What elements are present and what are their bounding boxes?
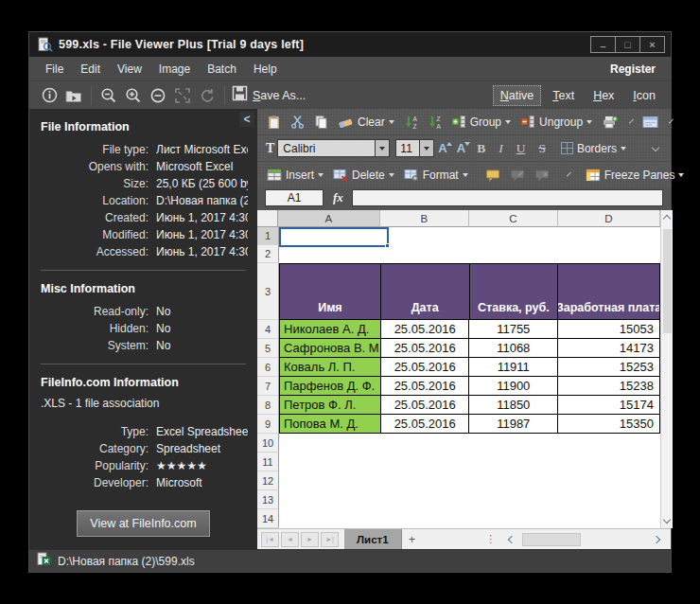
- row-header-11[interactable]: 11: [257, 453, 279, 471]
- date-cell[interactable]: 25.05.2016: [381, 358, 470, 377]
- close-button[interactable]: ×: [639, 36, 665, 53]
- file-info-button[interactable]: [37, 84, 61, 107]
- sidebar-collapse-button[interactable]: <: [239, 112, 254, 127]
- format-button[interactable]: Format: [400, 167, 472, 184]
- edit-comment-button[interactable]: [506, 167, 529, 184]
- salary-cell[interactable]: 14173: [558, 339, 660, 358]
- delete-button[interactable]: Delete: [329, 167, 398, 184]
- zoom-in-button[interactable]: [121, 84, 146, 107]
- mode-native[interactable]: Native: [493, 85, 541, 106]
- cut-button[interactable]: [287, 113, 308, 131]
- menu-file[interactable]: File: [37, 59, 72, 80]
- bold-button[interactable]: B: [471, 141, 491, 156]
- add-sheet-button[interactable]: +: [404, 532, 421, 547]
- splitter-dots-icon[interactable]: ⋮: [485, 533, 496, 545]
- freeze-panes-button[interactable]: Freeze Panes: [582, 167, 689, 184]
- menu-view[interactable]: View: [109, 59, 150, 80]
- rotate-button[interactable]: [195, 84, 219, 107]
- mode-hex[interactable]: Hex: [586, 85, 621, 106]
- mode-icon[interactable]: Icon: [625, 85, 663, 106]
- zoom-out-button[interactable]: [96, 84, 121, 107]
- cell-name-box[interactable]: A1: [265, 189, 324, 206]
- name-cell[interactable]: Парфенов Д. Ф.: [279, 377, 381, 396]
- date-cell[interactable]: 25.05.2016: [381, 396, 470, 415]
- view-at-fileinfo-button[interactable]: View at FileInfo.com: [77, 510, 209, 537]
- first-sheet-button[interactable]: |◄: [261, 532, 279, 547]
- rate-cell[interactable]: 11755: [469, 320, 558, 339]
- menu-help[interactable]: Help: [245, 59, 286, 80]
- menu-edit[interactable]: Edit: [72, 59, 109, 80]
- name-cell[interactable]: Николаев А. Д.: [279, 320, 381, 339]
- rate-cell[interactable]: 11911: [469, 358, 558, 377]
- insert-button[interactable]: Insert: [263, 167, 327, 184]
- salary-cell[interactable]: 15253: [558, 358, 660, 377]
- formula-input[interactable]: [352, 189, 663, 206]
- date-cell[interactable]: 25.05.2016: [381, 415, 470, 434]
- row-header-14[interactable]: 14: [257, 509, 279, 528]
- row-header-2[interactable]: 2: [257, 245, 279, 263]
- group-button[interactable]: Group: [447, 113, 515, 131]
- menu-batch[interactable]: Batch: [199, 59, 245, 80]
- prev-sheet-button[interactable]: ◄: [281, 532, 299, 547]
- row-header-7[interactable]: 7: [257, 377, 279, 396]
- font-name-dropdown-button[interactable]: [376, 139, 390, 157]
- clear-button[interactable]: Clear: [334, 114, 398, 131]
- fit-window-button[interactable]: [170, 84, 195, 107]
- name-cell[interactable]: Коваль Л. П.: [279, 358, 381, 377]
- font-name-combobox[interactable]: Calibri: [277, 139, 376, 157]
- scroll-up-icon[interactable]: [663, 215, 671, 222]
- table-header-cell[interactable]: Ставка, руб.: [470, 263, 559, 320]
- sort-ascending-button[interactable]: AZ: [400, 113, 422, 132]
- horizontal-scroll-thumb[interactable]: [522, 533, 581, 546]
- column-header-d[interactable]: D: [558, 210, 660, 227]
- row-header-13[interactable]: 13: [257, 490, 279, 509]
- delete-comment-button[interactable]: [531, 167, 553, 184]
- select-all-corner[interactable]: [257, 210, 278, 227]
- date-cell[interactable]: 25.05.2016: [381, 377, 470, 396]
- spreadsheet-grid[interactable]: A B C D 1 2 3 Имя Дата Ставка, руб. Зара…: [257, 210, 660, 528]
- mode-text[interactable]: Text: [545, 85, 582, 106]
- chevron-down-icon[interactable]: [567, 171, 571, 176]
- table-header-cell[interactable]: Дата: [381, 263, 470, 320]
- row-header-8[interactable]: 8: [257, 396, 279, 415]
- maximize-button[interactable]: □: [615, 36, 640, 53]
- register-link[interactable]: Register: [603, 59, 663, 80]
- print-options-button[interactable]: [598, 113, 622, 131]
- panel-view-button[interactable]: [639, 114, 662, 131]
- salary-cell[interactable]: 15174: [558, 396, 660, 415]
- sort-descending-button[interactable]: ZA: [424, 113, 446, 132]
- row-header-9[interactable]: 9: [257, 415, 279, 434]
- open-folder-button[interactable]: [61, 84, 86, 107]
- name-cell[interactable]: Сафронова В. М.: [279, 339, 381, 358]
- last-sheet-button[interactable]: ►|: [321, 532, 339, 547]
- row-header-1[interactable]: 1: [257, 227, 279, 245]
- rate-cell[interactable]: 11987: [469, 415, 558, 434]
- copy-button[interactable]: [310, 113, 332, 132]
- vertical-scrollbar[interactable]: [660, 210, 673, 528]
- salary-cell[interactable]: 15238: [558, 377, 660, 396]
- column-header-b[interactable]: B: [380, 210, 469, 227]
- row-header-12[interactable]: 12: [257, 471, 279, 490]
- table-header-cell[interactable]: Имя: [279, 263, 381, 320]
- row-header-3[interactable]: 3: [257, 263, 279, 320]
- name-cell[interactable]: Петров Ф. Л.: [279, 396, 381, 415]
- chevron-down-icon[interactable]: [652, 143, 659, 151]
- salary-cell[interactable]: 15053: [558, 320, 660, 339]
- scroll-down-icon[interactable]: [663, 516, 671, 524]
- name-cell[interactable]: Попова М. Д.: [279, 415, 381, 434]
- grow-font-button[interactable]: A: [434, 141, 450, 155]
- font-size-dropdown-button[interactable]: [420, 139, 434, 157]
- column-header-a[interactable]: A: [278, 210, 380, 227]
- new-comment-button[interactable]: [481, 167, 504, 184]
- chevron-down-icon[interactable]: [629, 118, 634, 123]
- paste-button[interactable]: [263, 113, 285, 132]
- rate-cell[interactable]: 11900: [469, 377, 558, 396]
- italic-button[interactable]: I: [493, 141, 509, 156]
- scroll-right-icon[interactable]: [653, 535, 660, 542]
- underline-button[interactable]: U: [511, 141, 532, 156]
- scroll-left-icon[interactable]: [508, 535, 516, 542]
- rate-cell[interactable]: 11850: [469, 396, 558, 415]
- ungroup-button[interactable]: Ungroup: [516, 113, 596, 131]
- font-size-combobox[interactable]: 11: [395, 139, 420, 157]
- next-sheet-button[interactable]: ►: [301, 532, 319, 547]
